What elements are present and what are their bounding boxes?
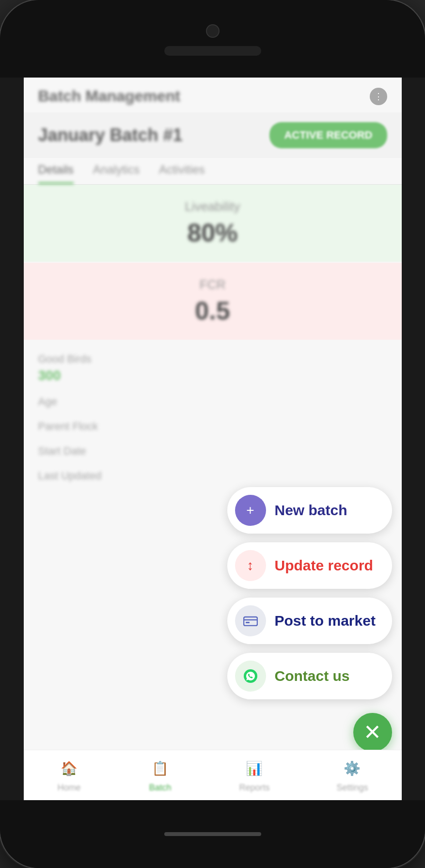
fab-close-button[interactable]: ✕ (353, 713, 392, 752)
front-camera (206, 24, 220, 38)
batch-icon: 📋 (148, 756, 172, 780)
reports-icon: 📊 (242, 756, 267, 780)
settings-nav-icon: ⚙️ (340, 756, 364, 780)
nav-home-label: Home (57, 783, 80, 793)
close-icon: ✕ (363, 722, 381, 743)
nav-settings[interactable]: ⚙️ Settings (336, 756, 368, 793)
fab-contact-us[interactable]: Contact us (227, 653, 392, 699)
svg-rect-0 (244, 617, 257, 626)
nav-batch[interactable]: 📋 Batch (148, 756, 172, 793)
app-content: Batch Management ⋮ January Batch #1 ACTI… (24, 78, 402, 800)
nav-settings-label: Settings (336, 783, 368, 793)
fab-post-to-market[interactable]: Post to market (227, 598, 392, 644)
post-to-market-label: Post to market (275, 613, 376, 629)
home-icon: 🏠 (57, 756, 81, 780)
fab-menu: + New batch ↕ Update record (227, 487, 392, 752)
new-batch-icon: + (235, 495, 266, 526)
post-to-market-icon (235, 605, 266, 636)
contact-us-label: Contact us (275, 668, 350, 684)
fab-update-record[interactable]: ↕ Update record (227, 542, 392, 589)
update-record-label: Update record (275, 557, 373, 574)
nav-reports[interactable]: 📊 Reports (239, 756, 269, 793)
fab-new-batch[interactable]: + New batch (227, 487, 392, 534)
phone-bottom-bar (0, 800, 425, 868)
new-batch-label: New batch (275, 502, 347, 519)
svg-rect-2 (246, 622, 250, 623)
phone-screen: Batch Management ⋮ January Batch #1 ACTI… (24, 78, 402, 800)
home-indicator (164, 832, 261, 836)
nav-home[interactable]: 🏠 Home (57, 756, 81, 793)
nav-batch-label: Batch (149, 783, 171, 793)
update-record-icon: ↕ (235, 550, 266, 581)
nav-reports-label: Reports (239, 783, 269, 793)
phone-top-bar (0, 0, 425, 78)
bottom-nav: 🏠 Home 📋 Batch 📊 Reports ⚙️ Settings (24, 750, 402, 800)
earpiece-speaker (164, 46, 261, 56)
phone-frame: Batch Management ⋮ January Batch #1 ACTI… (0, 0, 425, 868)
contact-us-icon (235, 661, 266, 692)
